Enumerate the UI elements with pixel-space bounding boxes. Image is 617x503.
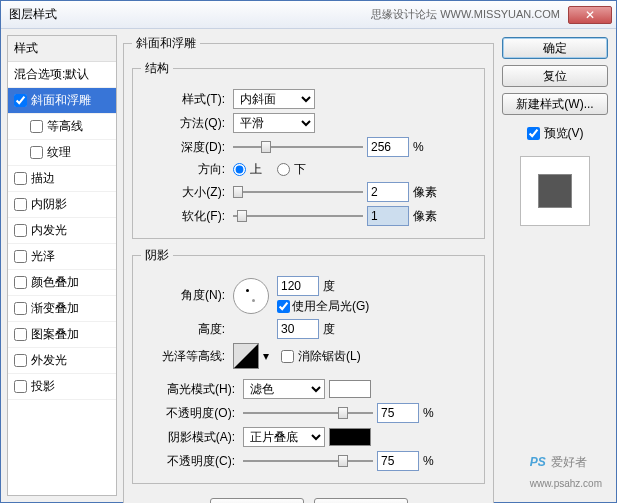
depth-input[interactable] [367,137,409,157]
soften-slider[interactable] [233,207,363,225]
sidebar-item-outerglow[interactable]: 外发光 [8,348,116,374]
dropshadow-checkbox[interactable] [14,380,27,393]
highlight-opacity-slider[interactable] [243,404,373,422]
innerglow-checkbox[interactable] [14,224,27,237]
highlight-opacity-input[interactable] [377,403,419,423]
highlight-color[interactable] [329,380,371,398]
soften-input[interactable] [367,206,409,226]
global-light-label: 使用全局光(G) [292,298,369,315]
shadow-color[interactable] [329,428,371,446]
sidebar-item-patternoverlay[interactable]: 图案叠加 [8,322,116,348]
antialias-label: 消除锯齿(L) [298,348,361,365]
gloss-contour-picker[interactable] [233,343,259,369]
gradientoverlay-checkbox[interactable] [14,302,27,315]
sidebar-item-contour[interactable]: 等高线 [8,114,116,140]
size-label: 大小(Z): [141,184,229,201]
reset-default-button[interactable]: 复位为默认值 [314,498,408,503]
angle-picker[interactable] [233,278,269,314]
size-slider[interactable] [233,183,363,201]
angle-label: 角度(N): [141,287,229,304]
altitude-input[interactable] [277,319,319,339]
chevron-down-icon[interactable]: ▾ [263,349,269,363]
sidebar-blend-options[interactable]: 混合选项:默认 [8,62,116,88]
soften-label: 软化(F): [141,208,229,225]
direction-up-radio[interactable] [233,163,246,176]
sidebar-item-texture[interactable]: 纹理 [8,140,116,166]
shadow-mode-label: 阴影模式(A): [141,429,239,446]
shadow-mode-select[interactable]: 正片叠底 [243,427,325,447]
style-label: 样式(T): [141,91,229,108]
sidebar-item-stroke[interactable]: 描边 [8,166,116,192]
direction-label: 方向: [141,161,229,178]
antialias-checkbox[interactable] [281,350,294,363]
styles-sidebar: 样式 混合选项:默认 斜面和浮雕 等高线 纹理 描边 内阴影 内发光 光泽 颜色… [7,35,117,496]
sidebar-item-innershadow[interactable]: 内阴影 [8,192,116,218]
titlebar: 图层样式 思缘设计论坛 WWW.MISSYUAN.COM ✕ [1,1,616,29]
cancel-button[interactable]: 复位 [502,65,608,87]
satin-checkbox[interactable] [14,250,27,263]
innershadow-checkbox[interactable] [14,198,27,211]
structure-legend: 结构 [141,60,173,77]
px-label2: 像素 [413,208,437,225]
shading-legend: 阴影 [141,247,173,264]
right-panel: 确定 复位 新建样式(W)... 预览(V) [500,35,610,496]
close-button[interactable]: ✕ [568,6,612,24]
sidebar-header: 样式 [8,36,116,62]
stroke-checkbox[interactable] [14,172,27,185]
deg-label2: 度 [323,321,335,338]
sidebar-item-dropshadow[interactable]: 投影 [8,374,116,400]
technique-label: 方法(Q): [141,115,229,132]
make-default-button[interactable]: 设置为默认值 [210,498,304,503]
direction-down-radio[interactable] [277,163,290,176]
technique-select[interactable]: 平滑 [233,113,315,133]
gloss-label: 光泽等高线: [141,348,229,365]
bevel-legend: 斜面和浮雕 [132,35,200,52]
coloroverlay-checkbox[interactable] [14,276,27,289]
shading-group: 阴影 角度(N): 度 使用全局光(G) [132,247,485,484]
layer-style-dialog: 图层样式 思缘设计论坛 WWW.MISSYUAN.COM ✕ 样式 混合选项:默… [0,0,617,503]
center-panel: 斜面和浮雕 结构 样式(T): 内斜面 方法(Q): 平滑 深度(D): [123,35,494,496]
ok-button[interactable]: 确定 [502,37,608,59]
shadow-opacity-slider[interactable] [243,452,373,470]
sidebar-item-satin[interactable]: 光泽 [8,244,116,270]
global-light-checkbox[interactable] [277,300,290,313]
preview-checkbox[interactable] [527,127,540,140]
shadow-opacity-label: 不透明度(C): [141,453,239,470]
outerglow-checkbox[interactable] [14,354,27,367]
new-style-button[interactable]: 新建样式(W)... [502,93,608,115]
px-label: 像素 [413,184,437,201]
size-input[interactable] [367,182,409,202]
depth-slider[interactable] [233,138,363,156]
preview-label: 预览(V) [544,125,584,142]
style-select[interactable]: 内斜面 [233,89,315,109]
structure-group: 结构 样式(T): 内斜面 方法(Q): 平滑 深度(D): % [132,60,485,239]
depth-label: 深度(D): [141,139,229,156]
sidebar-item-innerglow[interactable]: 内发光 [8,218,116,244]
patternoverlay-checkbox[interactable] [14,328,27,341]
deg-label: 度 [323,278,335,295]
sidebar-item-gradientoverlay[interactable]: 渐变叠加 [8,296,116,322]
bevel-group: 斜面和浮雕 结构 样式(T): 内斜面 方法(Q): 平滑 深度(D): [123,35,494,503]
altitude-label: 高度: [141,321,229,338]
contour-checkbox[interactable] [30,120,43,133]
preview-inner [538,174,572,208]
preview-swatch [520,156,590,226]
angle-input[interactable] [277,276,319,296]
sidebar-item-bevel[interactable]: 斜面和浮雕 [8,88,116,114]
highlight-mode-label: 高光模式(H): [141,381,239,398]
window-subtitle: 思缘设计论坛 WWW.MISSYUAN.COM [371,7,560,22]
close-icon: ✕ [585,8,595,22]
window-title: 图层样式 [9,6,371,23]
highlight-opacity-label: 不透明度(O): [141,405,239,422]
sidebar-item-coloroverlay[interactable]: 颜色叠加 [8,270,116,296]
pct-label: % [413,140,424,154]
bevel-checkbox[interactable] [14,94,27,107]
texture-checkbox[interactable] [30,146,43,159]
shadow-opacity-input[interactable] [377,451,419,471]
highlight-mode-select[interactable]: 滤色 [243,379,325,399]
